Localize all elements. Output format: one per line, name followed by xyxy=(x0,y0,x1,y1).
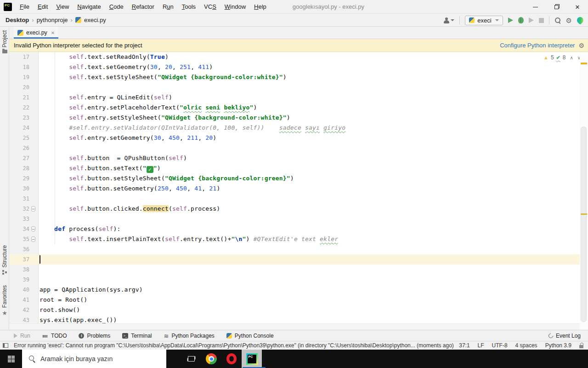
run-button[interactable] xyxy=(508,17,513,23)
code-line-38[interactable]: 38 xyxy=(9,264,580,275)
restore-button[interactable] xyxy=(546,0,567,14)
event-log-button[interactable]: Event Log xyxy=(548,333,581,339)
menu-refactor[interactable]: Refactor xyxy=(128,0,158,14)
error-stripe[interactable] xyxy=(580,52,588,330)
toolwindow-run[interactable]: Run xyxy=(14,333,30,339)
code-line-21[interactable]: 21 self.entry = QLineEdit(self) xyxy=(9,92,580,103)
file-encoding[interactable]: UTF-8 xyxy=(492,342,508,349)
code-line-26[interactable]: 26 xyxy=(9,143,580,153)
sidebar-item-favorites[interactable]: Favorites ★ xyxy=(0,285,9,316)
fold-marker-icon[interactable] xyxy=(31,206,35,212)
toolwindow-python-packages[interactable]: ≋Python Packages xyxy=(164,333,215,339)
banner-gear-icon[interactable]: ⚙ xyxy=(578,42,584,49)
line-number: 39 xyxy=(9,275,39,285)
tab-execi-py[interactable]: execi.py ✕ xyxy=(14,27,58,39)
code-line-31[interactable]: 31 xyxy=(9,194,580,204)
chrome-app-button[interactable] xyxy=(201,350,221,368)
code-line-24[interactable]: 24 #self.entry.setValidator(QIntValidato… xyxy=(9,123,580,133)
stripe-mark-warning[interactable] xyxy=(581,213,587,215)
code-line-29[interactable]: 29 self.button.setStyleSheet("QWidget {b… xyxy=(9,173,580,184)
vcs-user-button[interactable] xyxy=(443,17,454,23)
code-line-19[interactable]: 19 self.text.setStyleSheet("QWidget {bac… xyxy=(9,72,580,82)
menu-window[interactable]: Window xyxy=(220,0,250,14)
menu-tools[interactable]: Tools xyxy=(178,0,200,14)
interpreter-status[interactable]: Python 3.9 xyxy=(545,342,571,349)
code-line-35[interactable]: 35 self.text.insertPlainText(self.entry.… xyxy=(9,234,580,244)
start-button[interactable] xyxy=(0,350,22,368)
status-message[interactable]: Error running 'execi': Cannot run progra… xyxy=(14,342,454,349)
close-button[interactable]: ✕ xyxy=(567,0,588,14)
breadcrumb-pythonproje[interactable]: pythonproje xyxy=(37,17,68,23)
caret-position[interactable]: 37:1 xyxy=(459,342,469,349)
sidebar-item-structure[interactable]: Structure xyxy=(0,245,9,275)
code-line-43[interactable]: 43sys.exit(app.exec_()) xyxy=(9,315,580,323)
navigation-bar: Desktop › pythonproje › execi.py execi ⚙ xyxy=(0,14,588,27)
code-line-42[interactable]: 42root.show() xyxy=(9,305,580,315)
run-configuration-select[interactable]: execi xyxy=(465,16,503,25)
code-line-34[interactable]: 34 def process(self): xyxy=(9,224,580,234)
readonly-lock-icon[interactable] xyxy=(579,345,583,348)
fold-marker-icon[interactable] xyxy=(31,236,35,242)
menu-view[interactable]: View xyxy=(52,0,73,14)
menu-help[interactable]: Help xyxy=(250,0,271,14)
code-line-33[interactable]: 33 xyxy=(9,214,580,224)
code-line-39[interactable]: 39 xyxy=(9,275,580,285)
indent-style[interactable]: 4 spaces xyxy=(515,342,537,349)
fold-marker-icon[interactable] xyxy=(31,226,35,232)
sidebar-item-project[interactable]: Project xyxy=(0,30,9,53)
breadcrumb-desktop[interactable]: Desktop xyxy=(6,17,29,23)
code-line-30[interactable]: 30 self.button.setGeometry(250, 450, 41,… xyxy=(9,184,580,194)
text-caret xyxy=(40,255,40,264)
run-with-coverage-button[interactable] xyxy=(529,17,534,23)
vertical-scrollbar-thumb[interactable] xyxy=(581,126,587,322)
code-line-40[interactable]: 40app = QApplication(sys.argv) xyxy=(9,285,580,295)
code-line-20[interactable]: 20 xyxy=(9,82,580,92)
opera-app-button[interactable] xyxy=(221,350,242,368)
code-editor[interactable]: 17 self.text.setReadOnly(True)18 self.te… xyxy=(9,52,580,323)
stop-button[interactable] xyxy=(539,18,544,23)
code-line-37[interactable]: 37 xyxy=(9,254,580,264)
toolwindow-problems[interactable]: !Problems xyxy=(79,333,110,339)
toolwindow-todo[interactable]: ≔TODO xyxy=(42,333,67,339)
debug-button[interactable] xyxy=(518,17,524,23)
line-number: 38 xyxy=(9,264,39,275)
menu-vcs[interactable]: VCS xyxy=(200,0,220,14)
code-line-41[interactable]: 41root = Root() xyxy=(9,295,580,305)
packages-icon: ≋ xyxy=(164,333,169,339)
code-line-18[interactable]: 18 self.text.setGeometry(30, 20, 251, 41… xyxy=(9,62,580,72)
inspections-widget[interactable]: ▲ 5 ✔ 8 ∧ ∨ xyxy=(543,54,580,61)
settings-gear-icon[interactable]: ⚙ xyxy=(566,17,572,24)
user-icon xyxy=(443,17,450,23)
menu-file[interactable]: File xyxy=(16,0,34,14)
toolwindow-python-console[interactable]: Python Console xyxy=(226,333,274,339)
code-line-17[interactable]: 17 self.text.setReadOnly(True) xyxy=(9,52,580,62)
toolwindow-toggle-icon[interactable] xyxy=(3,343,8,348)
menu-code[interactable]: Code xyxy=(105,0,128,14)
horizontal-scrollbar[interactable] xyxy=(9,323,580,330)
configure-interpreter-link[interactable]: Configure Python interpreter xyxy=(500,42,575,49)
menu-navigate[interactable]: Navigate xyxy=(73,0,105,14)
line-separator[interactable]: LF xyxy=(478,342,484,349)
minimize-button[interactable] xyxy=(525,0,546,14)
code-line-22[interactable]: 22 self.entry.setPlaceholderText("olric … xyxy=(9,103,580,113)
menu-edit[interactable]: Edit xyxy=(34,0,52,14)
code-line-25[interactable]: 25 self.entry.setGeometry(30, 450, 211, … xyxy=(9,133,580,143)
code-line-23[interactable]: 23 self.entry.setStyleSheet("QWidget {ba… xyxy=(9,113,580,123)
next-issue-icon[interactable]: ∨ xyxy=(576,55,580,60)
title-bar: PC FileEditViewNavigateCodeRefactorRunTo… xyxy=(0,0,588,14)
code-line-32[interactable]: 32 self.button.clicked.connect(self.proc… xyxy=(9,204,580,214)
task-view-button[interactable] xyxy=(181,350,201,368)
search-everywhere-icon[interactable] xyxy=(554,17,561,23)
ide-feature-icon[interactable] xyxy=(576,16,585,25)
close-icon[interactable]: ✕ xyxy=(51,30,55,35)
pycharm-app-button[interactable]: PC xyxy=(242,350,262,368)
toolwindow-terminal[interactable]: >_Terminal xyxy=(122,333,152,339)
prev-issue-icon[interactable]: ∧ xyxy=(568,55,573,60)
code-line-28[interactable]: 28 self.button.setText("✓") xyxy=(9,163,580,173)
stripe-mark-warning[interactable] xyxy=(581,63,587,64)
breadcrumb-file[interactable]: execi.py xyxy=(84,17,106,23)
code-line-27[interactable]: 27 self.button = QPushButton(self) xyxy=(9,153,580,163)
taskbar-search-input[interactable]: Aramak için buraya yazın xyxy=(22,350,166,368)
menu-run[interactable]: Run xyxy=(158,0,178,14)
code-line-36[interactable]: 36 xyxy=(9,244,580,254)
